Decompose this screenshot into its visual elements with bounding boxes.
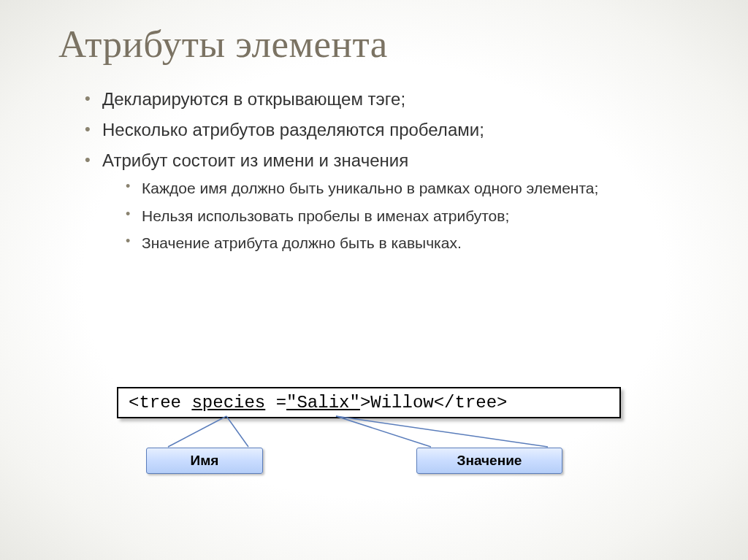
code-attr-name: species (191, 393, 265, 413)
slide-title: Атрибуты элемента (58, 22, 697, 66)
bullet-item: Атрибут состоит из имени и значения Кажд… (85, 147, 697, 255)
svg-line-0 (168, 416, 226, 447)
label-row: Имя Значение (117, 448, 628, 484)
sub-bullet-item: Значение атрибута должно быть в кавычках… (126, 231, 697, 255)
code-attr-value: "Salix" (286, 393, 360, 413)
sub-bullet-list: Каждое имя должно быть уникально в рамка… (102, 177, 697, 255)
code-diagram: <tree species ="Salix">Willow</tree> Имя… (117, 387, 643, 484)
sub-bullet-item: Нельзя использовать пробелы в именах атр… (126, 204, 697, 228)
code-part: <tree (129, 393, 191, 413)
slide: Атрибуты элемента Декларируются в открыв… (0, 0, 748, 560)
code-example: <tree species ="Salix">Willow</tree> (117, 387, 621, 418)
code-part: = (265, 393, 286, 413)
svg-line-1 (226, 416, 248, 447)
bullet-list: Декларируются в открывающем тэге; Нескол… (58, 86, 697, 255)
bullet-item: Декларируются в открывающем тэге; (85, 86, 697, 112)
bullet-item: Несколько атрибутов разделяются пробелам… (85, 117, 697, 143)
label-value: Значение (416, 448, 562, 474)
svg-line-2 (336, 416, 431, 447)
code-part: >Willow</tree> (360, 393, 508, 413)
bullet-text: Атрибут состоит из имени и значения (102, 150, 408, 170)
svg-line-3 (336, 416, 548, 447)
sub-bullet-item: Каждое имя должно быть уникально в рамка… (126, 177, 697, 200)
label-name: Имя (146, 448, 263, 474)
